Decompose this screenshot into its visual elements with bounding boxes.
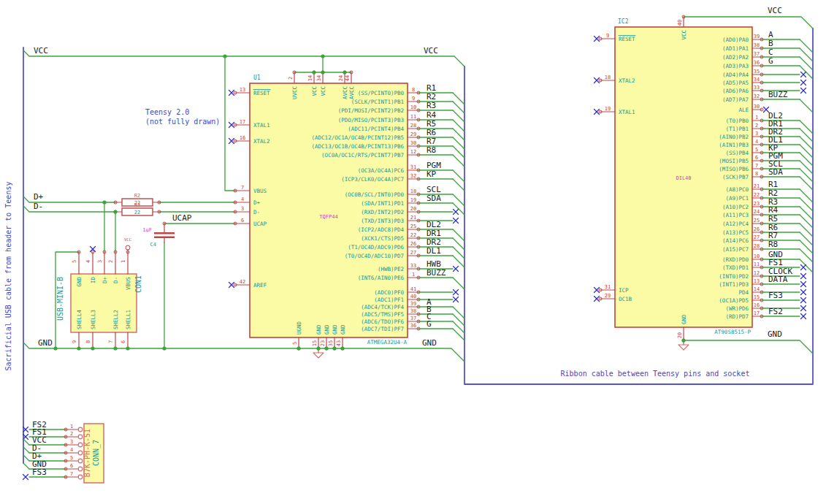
wire <box>800 161 813 174</box>
wire <box>800 99 813 112</box>
pin-name: (XCK1/CTS)PD5 <box>361 235 404 242</box>
pin-number: 16 <box>754 302 760 308</box>
pin-name: (PDI/MOSI/PCINT2)PB2 <box>338 107 404 114</box>
pin-name: (HWB)PE2 <box>378 266 404 272</box>
pin-number: 10 <box>410 104 416 110</box>
pin-number: 4 <box>85 260 91 263</box>
pin-number: 23 <box>320 340 326 346</box>
pin-number: 34 <box>316 75 322 81</box>
capacitor-reference: C4 <box>150 242 156 248</box>
pin-number: 13 <box>754 278 760 284</box>
pin-number: 37 <box>410 316 416 321</box>
pin-number: 2 <box>288 77 294 80</box>
pin-number: 16 <box>240 135 245 141</box>
header-pad-circle <box>78 467 83 471</box>
pin-number: 1 <box>412 272 415 278</box>
pin-number: 2 <box>755 123 758 129</box>
pin-name: XTAL2 <box>619 77 635 84</box>
ground-symbol-icon <box>313 353 324 358</box>
pin-name: UGND <box>296 321 302 335</box>
wire <box>684 340 813 354</box>
pin-number: 7 <box>755 163 758 169</box>
wire <box>23 50 464 66</box>
pin-name: (MISO)PB6 <box>719 166 749 172</box>
net-label: KP <box>427 169 437 179</box>
pin-number: 5 <box>72 260 77 263</box>
pin-number: 36 <box>410 323 416 329</box>
resistor-reference: R2 <box>134 193 140 199</box>
pin-name: D- <box>253 209 260 215</box>
pin-number: 17 <box>754 310 760 316</box>
pin-number: 12 <box>410 149 416 155</box>
pin-name: UVCC <box>291 86 298 99</box>
pin-name: XTAL1 <box>253 122 270 129</box>
header-pad-circle <box>78 443 83 447</box>
wire <box>453 314 464 326</box>
pin-number: 28 <box>410 123 416 129</box>
pin-name: (WR)PD6 <box>725 305 749 312</box>
net-label: D- <box>34 202 43 211</box>
net-label: BUZZ <box>768 90 788 99</box>
capacitor-value: 1uF <box>142 227 152 233</box>
wire-junction-dot <box>113 210 117 213</box>
pin-name: UCAP <box>253 221 267 227</box>
pin-number: 20 <box>677 332 683 338</box>
pin-number: 4 <box>241 196 244 202</box>
pin-name: (A14)PC6 <box>722 237 749 244</box>
pin-name: (AIN0)PB2 <box>719 134 749 140</box>
pin-number: 3 <box>755 131 758 137</box>
pin-number: 26 <box>410 241 416 247</box>
wire-junction-dot <box>126 346 129 350</box>
ic-value: AT90S8515-P <box>714 329 751 335</box>
pin-name: (AD3)PA3 <box>722 63 749 69</box>
wire-junction-dot <box>53 346 57 350</box>
header-pad-circle <box>78 435 83 439</box>
wire <box>23 463 29 469</box>
pin-number: 9 <box>412 96 415 102</box>
wire <box>453 307 464 318</box>
pin-number: 15 <box>312 340 318 346</box>
pin-name: GND <box>340 324 346 335</box>
header-connector-value: B7K-PH-K-S1 <box>83 429 91 477</box>
header-connector-reference: CONN_7 <box>92 440 101 466</box>
wire <box>800 169 813 182</box>
schematic-page: U1ATMEGA32U4-ATQFP4413RESET17XTAL116XTAL… <box>0 0 826 504</box>
wire-junction-dot <box>102 200 106 204</box>
wire-junction-dot <box>321 54 324 58</box>
net-label: VCC <box>34 46 48 56</box>
pin-number: 32 <box>410 173 416 179</box>
pin-number: 33 <box>754 85 760 91</box>
net-label: SDA <box>427 194 441 203</box>
wire-junction-dot <box>91 346 94 350</box>
pin-name: (ICP3/CLK0/OC4A)PC7 <box>341 176 404 183</box>
pin-number: 8 <box>85 340 91 343</box>
header-pad-circle <box>78 459 83 463</box>
pin-number: 15 <box>754 294 760 300</box>
pin-name: (SCLK/PCINT1)PB1 <box>351 99 404 105</box>
wire <box>23 447 29 453</box>
pin-name: D- <box>112 277 119 283</box>
net-label: FS2 <box>768 307 783 316</box>
pin-name: (A12)PC4 <box>722 221 749 227</box>
pin-name: (ADC11/PCINT4)PB4 <box>348 126 404 132</box>
wire-junction-dot <box>343 70 346 74</box>
pin-name: VCC <box>320 86 326 96</box>
pin-name: (T1)PB1 <box>725 126 749 132</box>
pin-name: ICP <box>619 287 629 294</box>
pin-name: (TXD)PD1 <box>722 264 749 271</box>
pin-number: 11 <box>754 261 760 267</box>
pin-name: (SS)PB4 <box>725 150 749 156</box>
note-usb-cable: Sacrificial USB cable from header to Tee… <box>4 182 12 371</box>
pin-name: GND <box>324 324 330 335</box>
pin-name: (A13)PC5 <box>722 229 749 236</box>
wire <box>453 321 464 333</box>
pin-number: 28 <box>754 243 760 249</box>
wire-junction-dot <box>312 70 316 74</box>
pin-number: 7 <box>241 185 244 191</box>
pin-number: 7 <box>108 340 114 343</box>
pin-number: 39 <box>410 301 416 307</box>
pin-name: OC1B <box>619 296 632 302</box>
pin-number: 29 <box>410 131 416 137</box>
wire-junction-dot <box>321 70 324 74</box>
pin-number: 7 <box>70 471 73 477</box>
